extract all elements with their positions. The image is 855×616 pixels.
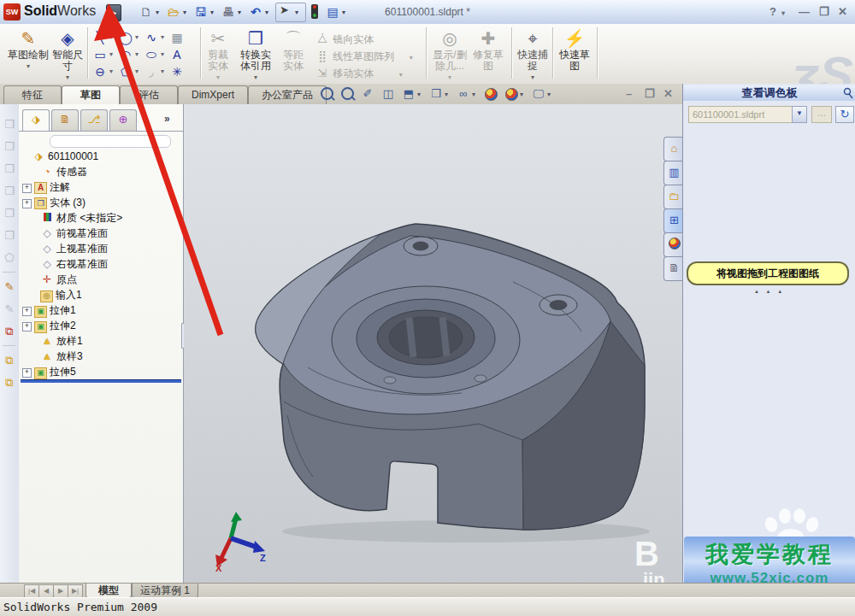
- apply-scene-caret[interactable]: ▾: [520, 91, 523, 98]
- doc-restore-button[interactable]: ❐: [645, 87, 655, 100]
- move-entities-button[interactable]: ⇲ 移动实体 ▾: [315, 65, 413, 82]
- circle-tool-icon[interactable]: ◯: [116, 29, 135, 46]
- point-tool-icon[interactable]: ✳: [168, 63, 186, 80]
- mirror-entities-button[interactable]: ⧊ 镜向实体: [315, 31, 413, 48]
- bodies-display-icon[interactable]: ⧉: [2, 352, 17, 369]
- hide-show-items-icon[interactable]: ∞: [455, 86, 472, 102]
- sketch-button[interactable]: ✎ 草图绘制 ▾: [7, 27, 50, 70]
- combo-dropdown-icon[interactable]: ▼: [792, 106, 807, 123]
- tree-item-front-plane[interactable]: ◇前视基准面: [31, 226, 108, 241]
- sketch-caret[interactable]: ▾: [7, 62, 50, 70]
- tree-filter-box[interactable]: [50, 135, 171, 148]
- rollback-bar[interactable]: [21, 379, 181, 383]
- view-settings-icon[interactable]: 🖵: [530, 86, 547, 102]
- tab-sketch[interactable]: 草图: [62, 85, 120, 105]
- arc-caret[interactable]: ▾: [135, 46, 142, 63]
- expand-box[interactable]: +: [22, 322, 32, 331]
- ellipse-caret[interactable]: ▾: [161, 46, 168, 63]
- move-entities-caret[interactable]: ▾: [399, 71, 403, 79]
- edit-appearance-icon[interactable]: [482, 86, 499, 102]
- quick-snaps-button[interactable]: ⌖ 快速捕捉 ▾: [516, 27, 549, 81]
- convert-caret[interactable]: ▾: [236, 73, 275, 81]
- tree-item-loft3[interactable]: ▲放样3: [31, 349, 83, 364]
- hide-show-caret[interactable]: ▾: [472, 91, 475, 98]
- tab-dimxpert[interactable]: DimXpert: [178, 85, 248, 104]
- text-tool-icon[interactable]: A: [168, 46, 186, 63]
- ellipse-tool-icon[interactable]: ⬭: [142, 46, 161, 63]
- taskpane-tab-design-library[interactable]: ▥: [663, 161, 684, 185]
- expand-box[interactable]: +: [22, 368, 32, 378]
- section-view-icon[interactable]: ◫: [380, 86, 397, 102]
- previous-view-icon[interactable]: ✐: [359, 86, 376, 102]
- tree-item-origin[interactable]: ✛原点: [31, 272, 77, 287]
- circle-caret[interactable]: ▾: [135, 29, 142, 46]
- view-top-icon[interactable]: ❒: [2, 205, 17, 222]
- taskpane-tab-resources[interactable]: ⌂: [663, 137, 684, 161]
- view-right-icon[interactable]: ❒: [2, 183, 17, 200]
- palette-splitter-handle[interactable]: ▲ ▲ ▲: [683, 289, 855, 294]
- expand-box[interactable]: +: [22, 184, 32, 193]
- tree-item-material[interactable]: 材质 <未指定>: [31, 210, 122, 226]
- linear-pattern-button[interactable]: ⣿ 线性草图阵列 ▾: [315, 48, 413, 65]
- line-caret[interactable]: ▾: [109, 29, 116, 46]
- apply-scene-icon[interactable]: [503, 86, 520, 102]
- graphics-viewport[interactable]: [184, 104, 682, 583]
- tab-evaluate[interactable]: 评估: [120, 85, 178, 104]
- tab-model[interactable]: 模型: [86, 584, 132, 598]
- expand-box[interactable]: +: [22, 307, 32, 316]
- tree-root-item[interactable]: ⬗601100001: [22, 149, 98, 164]
- nav-prev-button[interactable]: ◀: [38, 584, 54, 598]
- trim-caret[interactable]: ▾: [203, 73, 233, 81]
- restore-button[interactable]: ❐: [819, 5, 829, 18]
- display-style-icon[interactable]: ❒: [428, 86, 445, 102]
- tab-features[interactable]: 特征: [3, 85, 62, 104]
- zoom-fit-icon[interactable]: [318, 86, 335, 102]
- tree-item-extrude1[interactable]: +▣拉伸1: [22, 302, 76, 318]
- tab-configuration-manager[interactable]: ⎇: [80, 109, 108, 131]
- tree-item-annotations[interactable]: +A注解: [22, 179, 70, 195]
- display-delete-caret[interactable]: ▾: [431, 73, 469, 81]
- spline-tool-icon[interactable]: ∿: [142, 29, 161, 46]
- view-isometric-icon[interactable]: ⬠: [2, 249, 17, 267]
- taskpane-tab-view-palette[interactable]: ⊞: [663, 208, 684, 233]
- display-delete-relations-button[interactable]: ◎ 显示/删除几... ▾: [431, 27, 469, 81]
- fillet-caret[interactable]: ▾: [161, 63, 168, 80]
- convert-entities-button[interactable]: ❒ 转换实体引用 ▾: [236, 27, 275, 81]
- nav-first-button[interactable]: |◀: [24, 584, 39, 598]
- browse-button[interactable]: ...: [811, 106, 832, 123]
- taskpane-tab-appearances[interactable]: [663, 232, 684, 257]
- tree-overflow-chevron[interactable]: »: [164, 113, 170, 125]
- view-settings-caret[interactable]: ▾: [547, 91, 551, 98]
- view-orientation-icon[interactable]: ⬒: [400, 86, 417, 102]
- doc-minimize-button[interactable]: –: [626, 87, 632, 100]
- slot-tool-icon[interactable]: ⊖: [91, 63, 109, 80]
- polygon-tool-icon[interactable]: ⬠: [116, 63, 135, 80]
- rectangle-caret[interactable]: ▾: [109, 46, 116, 63]
- nav-next-button[interactable]: ▶: [53, 584, 68, 598]
- spline-caret[interactable]: ▾: [161, 29, 168, 46]
- zoom-area-icon[interactable]: [339, 86, 356, 102]
- quick-snaps-caret[interactable]: ▾: [516, 73, 549, 81]
- offset-entities-button[interactable]: ⌒ 等距实体: [279, 27, 308, 72]
- selection-box-icon[interactable]: ▦: [168, 29, 186, 46]
- display-style-caret[interactable]: ▾: [445, 91, 448, 98]
- tree-item-top-plane[interactable]: ◇上视基准面: [31, 241, 108, 256]
- trim-entities-button[interactable]: ✂ 剪裁实体 ▾: [203, 27, 233, 81]
- view-front-icon[interactable]: ❒: [2, 116, 17, 133]
- refresh-icon[interactable]: ↻: [835, 106, 854, 123]
- slot-caret[interactable]: ▾: [109, 63, 116, 80]
- help-caret[interactable]: ▾: [781, 9, 785, 17]
- tree-item-solid-bodies[interactable]: +❒实体 (3): [22, 195, 86, 210]
- tree-item-extrude5[interactable]: +▣拉伸5: [22, 364, 76, 379]
- view-bottom-icon[interactable]: ❒: [2, 227, 17, 244]
- repair-sketch-button[interactable]: ✚ 修复草图: [472, 27, 504, 72]
- bodies-hide-icon[interactable]: ⧉: [2, 374, 17, 391]
- rapid-sketch-button[interactable]: ⚡ 快速草图: [557, 27, 592, 72]
- linear-pattern-caret[interactable]: ▾: [410, 54, 413, 62]
- tab-dimxpert-manager[interactable]: ⊕: [109, 109, 137, 131]
- nav-last-button[interactable]: ▶|: [68, 584, 83, 598]
- tab-feature-manager[interactable]: ⬗: [22, 109, 50, 131]
- edit-sketch-icon[interactable]: ✎: [2, 279, 17, 296]
- doc-close-button[interactable]: ✕: [663, 87, 673, 100]
- rectangle-tool-icon[interactable]: ▭: [91, 46, 109, 63]
